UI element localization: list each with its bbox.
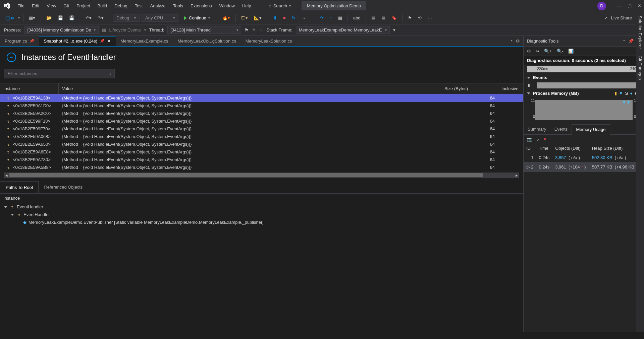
scroll-right-icon[interactable]: ▸: [516, 173, 518, 178]
tree-row[interactable]: ◆MemoryLeakExampleDemo.EventPublisher [S…: [0, 218, 523, 226]
live-share-icon[interactable]: ↗: [604, 15, 608, 20]
menu-build[interactable]: Build: [94, 1, 110, 10]
paths-tab[interactable]: Referenced Objects: [39, 181, 88, 193]
col-value[interactable]: Value: [59, 83, 441, 94]
step-over-icon[interactable]: ↷: [318, 14, 326, 22]
code-map-icon[interactable]: ▦: [336, 14, 344, 22]
memory-section[interactable]: Process Memory (MB) ▮ ▼ S ● P...: [524, 89, 644, 97]
open-icon[interactable]: 📂: [44, 14, 54, 22]
expand-icon[interactable]: [11, 214, 14, 216]
search-snapshot-icon[interactable]: ⌕: [536, 137, 539, 142]
diag-tab-summary[interactable]: Summary: [524, 124, 550, 134]
snapshot-row[interactable]: ▷ 20.24s3,961 (+104 ↑ )507.77 KB (+4.96 …: [524, 162, 644, 172]
delete-snapshot-icon[interactable]: ✕: [543, 137, 547, 142]
events-section[interactable]: Events: [524, 74, 644, 81]
undo-button[interactable]: ↶▾: [84, 14, 94, 22]
sync-icon[interactable]: ⟲: [416, 14, 424, 22]
instance-row[interactable]: <0x18B2E59A5B8>{Method = {Void HandleEve…: [0, 163, 523, 171]
pin-icon[interactable]: 📌: [30, 39, 34, 43]
paths-tab[interactable]: Paths To Root: [0, 181, 39, 193]
paths-col-instance[interactable]: Instance: [0, 194, 302, 203]
instance-row[interactable]: <0x18B2E59A138>{Method = {Void HandleEve…: [0, 94, 523, 102]
instance-row[interactable]: <0x18B2E59A1D0>{Method = {Void HandleEve…: [0, 102, 523, 110]
snapshot-row[interactable]: 10.24s3,857 ( n/a )502.80 KB ( n/a ): [524, 153, 644, 162]
tab-settings-icon[interactable]: ⚙: [516, 39, 520, 44]
filter-threads-icon[interactable]: ∿: [259, 27, 263, 32]
lifecycle-icon[interactable]: ▦: [102, 27, 106, 32]
user-avatar[interactable]: D: [597, 2, 606, 10]
ruler-icon[interactable]: 📐▾: [252, 14, 264, 22]
step-into-icon[interactable]: ↓: [310, 14, 316, 22]
chart-icon[interactable]: 📊: [568, 49, 574, 54]
global-search[interactable]: ⌕ Search ▾: [265, 2, 295, 10]
scroll-left-icon[interactable]: ◂: [5, 173, 8, 178]
diag-tab-memory-usage[interactable]: Memory Usage: [572, 124, 610, 135]
menu-debug[interactable]: Debug: [111, 1, 130, 10]
pause-events-icon[interactable]: ⏸: [527, 83, 531, 88]
instance-row[interactable]: <0x18B2E59A2C0>{Method = {Void HandleEve…: [0, 110, 523, 117]
minimize-icon[interactable]: ―: [617, 3, 622, 8]
menu-extensions[interactable]: Extensions: [187, 1, 215, 10]
tree-row[interactable]: EventHandler: [0, 211, 523, 218]
diag-tab-events[interactable]: Events: [550, 124, 572, 134]
menu-git[interactable]: Git: [60, 1, 72, 10]
redo-button[interactable]: ↷▾: [96, 14, 106, 22]
restart-icon[interactable]: ↻: [290, 14, 298, 22]
chevron-down-icon[interactable]: ▾: [18, 16, 20, 20]
timeline-ruler[interactable]: 220ms 240m: [527, 66, 641, 72]
document-tab[interactable]: Program.cs📌: [0, 36, 39, 46]
panel-menu-icon[interactable]: ▾: [623, 39, 625, 44]
browser-link-icon[interactable]: 🗔▾: [239, 14, 250, 22]
toolbar-options-icon[interactable]: ▾: [393, 27, 395, 32]
platform-dropdown[interactable]: Any CPU▾: [142, 14, 178, 22]
stop-icon[interactable]: ■: [281, 14, 288, 22]
tree-row[interactable]: EventHandler: [0, 203, 523, 211]
instance-row[interactable]: <0x18B2E599F70>{Method = {Void HandleEve…: [0, 125, 523, 133]
take-snapshot-icon[interactable]: 📷: [527, 137, 532, 142]
pause-icon[interactable]: ⏸: [271, 14, 279, 22]
menu-help[interactable]: Help: [239, 1, 255, 10]
col-size[interactable]: Size (Bytes): [441, 83, 498, 94]
menu-test[interactable]: Test: [131, 1, 146, 10]
document-tab[interactable]: MemoryLeakOb...gSolution.cs: [173, 36, 241, 46]
flag-icon[interactable]: ⚑: [406, 14, 414, 22]
show-next-icon[interactable]: →: [300, 14, 308, 22]
config-dropdown[interactable]: Debug▾: [113, 14, 140, 22]
snap-col[interactable]: Time: [536, 144, 553, 153]
settings-icon[interactable]: ⋯: [426, 14, 434, 22]
scrollbar-thumb[interactable]: [9, 173, 483, 177]
instance-row[interactable]: <0x18B2E59A650>{Method = {Void HandleEve…: [0, 140, 523, 148]
menu-window[interactable]: Window: [216, 1, 238, 10]
paths-tree[interactable]: EventHandlerEventHandler◆MemoryLeakExamp…: [0, 203, 523, 226]
hot-reload-icon[interactable]: 🔥▾: [220, 14, 232, 22]
new-item-button[interactable]: ▦▾: [27, 14, 37, 22]
zoom-in-icon[interactable]: 🔍+: [544, 49, 552, 54]
menu-view[interactable]: View: [43, 1, 59, 10]
expand-icon[interactable]: [4, 206, 7, 208]
snap-objects[interactable]: 3,857 ( n/a ): [552, 153, 589, 162]
document-tab[interactable]: Snapshot #2...o.exe (0.24s)📌✕: [39, 36, 116, 46]
menu-tools[interactable]: Tools: [170, 1, 186, 10]
show-threads-icon[interactable]: ⚑: [252, 27, 256, 32]
export-icon[interactable]: ↪: [536, 49, 539, 54]
document-tab[interactable]: MemoryLeakSolution.cs: [241, 36, 297, 46]
col-inclusive[interactable]: Inclusive: [498, 83, 523, 94]
flag-threads-icon[interactable]: ⚑: [245, 27, 249, 32]
memory-chart[interactable]: 11 0 ▼▼ 11 0: [527, 98, 641, 120]
menu-file[interactable]: File: [14, 1, 28, 10]
close-icon[interactable]: ✕: [638, 3, 641, 8]
col-instance[interactable]: Instance: [0, 83, 59, 94]
back-button[interactable]: ←: [7, 53, 16, 62]
close-tab-icon[interactable]: ✕: [107, 39, 111, 44]
instance-row[interactable]: <0x18B2E59A780>{Method = {Void HandleEve…: [0, 156, 523, 163]
zoom-out-icon[interactable]: 🔍-: [557, 49, 564, 54]
process-dropdown[interactable]: [34836] Memory Optimization De▾: [24, 26, 99, 34]
instance-row[interactable]: <0x18B2E599F18>{Method = {Void HandleEve…: [0, 117, 523, 125]
menu-project[interactable]: Project: [73, 1, 93, 10]
settings-icon[interactable]: ⚙: [527, 49, 531, 54]
pin-icon[interactable]: 📌: [628, 39, 634, 44]
step-out-icon[interactable]: ↑: [328, 14, 334, 22]
solution-explorer-tab[interactable]: Solution Explorer: [637, 16, 643, 49]
tab-overflow-icon[interactable]: ▾: [511, 39, 513, 44]
thread-dropdown[interactable]: [34128] Main Thread▾: [167, 26, 241, 34]
